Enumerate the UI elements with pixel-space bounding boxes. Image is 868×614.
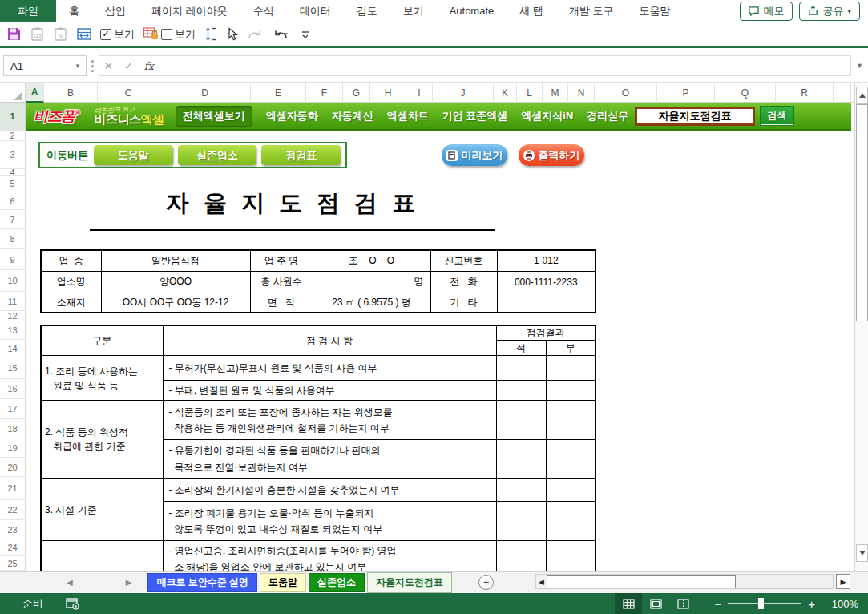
row-header-22[interactable]: 22 [0,500,26,520]
banner-menu-item-5[interactable]: 엑셀지식iN [521,109,573,123]
column-header-A[interactable]: A [26,83,44,103]
result-cell[interactable] [546,381,595,401]
paste-values-icon[interactable]: 123 [30,26,45,42]
result-cell[interactable] [546,502,595,541]
info-value[interactable]: 조 O O [313,250,430,271]
column-header-P[interactable]: P [657,83,715,103]
vertical-scroll-thumb[interactable] [856,104,868,321]
expand-formula-bar-icon[interactable]: ▼ [851,62,868,70]
row-header-21[interactable]: 21 [0,477,26,500]
scroll-left-arrow[interactable]: ◀ [536,578,547,586]
sheet-tab-2[interactable]: 실존업소 [309,573,365,592]
row-header-1[interactable]: 1 [0,103,26,131]
column-header-L[interactable]: L [517,83,543,103]
result-cell[interactable] [496,440,546,479]
ribbon-tab-5[interactable]: 데이터 [287,0,344,22]
name-box[interactable]: A1 ▼ [3,55,87,76]
comments-button[interactable]: 메모 [740,2,793,21]
info-value[interactable] [497,293,595,313]
row-header-18[interactable]: 18 [0,419,26,438]
column-header-C[interactable]: C [98,83,159,103]
sheet-tab-3[interactable]: 자율지도점검표 [367,572,452,593]
customize-toolbar-icon[interactable] [300,29,311,40]
select-all-corner[interactable] [0,83,26,103]
row-header-2[interactable]: 2 [0,131,26,141]
column-header-M[interactable]: M [543,83,568,103]
ribbon-tab-11[interactable]: 도움말 [627,0,684,22]
result-cell[interactable] [496,541,546,572]
row-header-10[interactable]: 10 [0,270,26,292]
ribbon-tab-9[interactable]: 새 탭 [507,0,556,22]
column-header-N[interactable]: N [568,83,595,103]
scroll-down-arrow[interactable] [856,544,868,562]
zoom-slider-thumb[interactable] [758,598,764,609]
view-toggle-2[interactable]: 보기 [143,26,196,43]
ribbon-tab-7[interactable]: 보기 [390,0,437,22]
row-header-7[interactable]: 7 [0,210,26,229]
row-header-17[interactable]: 17 [0,399,26,419]
sheet-nav-right-icon[interactable]: ▶ [126,578,132,587]
row-header-20[interactable]: 20 [0,458,26,477]
formula-input[interactable] [159,55,851,76]
save-icon[interactable] [6,26,22,42]
result-cell[interactable] [496,381,546,401]
share-button[interactable]: 공유 ▾ [799,2,860,21]
row-header-12[interactable]: 12 [0,311,26,321]
paste-formula-icon[interactable]: fx [53,26,68,42]
result-cell[interactable] [546,356,595,381]
accessibility-icon[interactable] [66,598,79,610]
row-header-23[interactable]: 23 [0,520,26,539]
undo-icon[interactable] [273,27,292,42]
column-header-O[interactable]: O [595,83,657,103]
result-cell[interactable] [496,356,546,381]
help-nav-button[interactable]: 도움말 [94,145,173,165]
checklist-nav-button[interactable]: 점검표 [261,145,341,165]
zoom-in-icon[interactable]: + [808,597,815,611]
ribbon-tab-10[interactable]: 개발 도구 [556,0,627,22]
result-cell[interactable] [546,541,595,572]
row-header-19[interactable]: 19 [0,438,26,458]
page-break-view-icon[interactable] [669,593,696,614]
search-input[interactable]: 자율지도점검표 [635,107,755,126]
info-value[interactable]: OO시 OO구 OO동 12-12 [101,293,250,313]
column-header-J[interactable]: J [433,83,494,103]
column-header-E[interactable]: E [251,83,306,103]
banner-menu-item-6[interactable]: 경리실무 [587,109,628,123]
normal-view-icon[interactable] [615,593,642,614]
column-header-H[interactable]: H [370,83,406,103]
row-header-5[interactable]: 5 [0,176,26,192]
ribbon-tab-0[interactable]: 파일 [0,0,56,22]
column-header-F[interactable]: F [306,83,343,103]
horizontal-scroll-thumb[interactable] [547,575,736,588]
result-cell[interactable] [546,479,595,502]
column-header-B[interactable]: B [44,83,98,103]
sample-nav-button[interactable]: 실존업소 [178,145,257,165]
horizontal-scrollbar[interactable]: ◀ [535,574,834,589]
ribbon-tab-1[interactable]: 홈 [56,0,92,22]
ribbon-tab-3[interactable]: 페이지 레이아웃 [139,0,240,22]
zoom-slider[interactable] [728,603,801,604]
column-header-D[interactable]: D [159,83,251,103]
column-header-I[interactable]: I [406,83,433,103]
column-header-G[interactable]: G [343,83,370,103]
sheet-tab-0[interactable]: 매크로 보안수준 설명 [147,573,257,592]
preview-button[interactable]: 미리보기 [442,144,507,166]
column-header-R[interactable]: R [776,83,834,103]
print-button[interactable]: 출력하기 [519,144,584,166]
banner-menu-item-1[interactable]: 엑셀자동화 [266,109,318,123]
row-header-4[interactable]: 4 [0,169,26,176]
sheet-nav-left-icon[interactable]: ◀ [67,578,73,587]
row-header-3[interactable]: 3 [0,141,26,169]
banner-menu-item-0[interactable]: 전체엑셀보기 [176,106,252,127]
sheet-tab-1[interactable]: 도움말 [260,573,306,592]
info-value[interactable]: 23 ㎡ ( 6.9575 ) 평 [313,293,430,313]
result-cell[interactable] [496,502,546,541]
insert-function-icon[interactable]: fx [144,60,154,72]
ribbon-tab-6[interactable]: 검토 [344,0,390,22]
scroll-up-arrow[interactable] [856,87,868,104]
banner-menu-item-3[interactable]: 엑셀차트 [387,109,429,123]
row-header-14[interactable]: 14 [0,340,26,357]
info-value[interactable]: 양OOO [101,271,250,293]
ribbon-tab-2[interactable]: 삽입 [92,0,139,22]
column-header-K[interactable]: K [494,83,517,103]
